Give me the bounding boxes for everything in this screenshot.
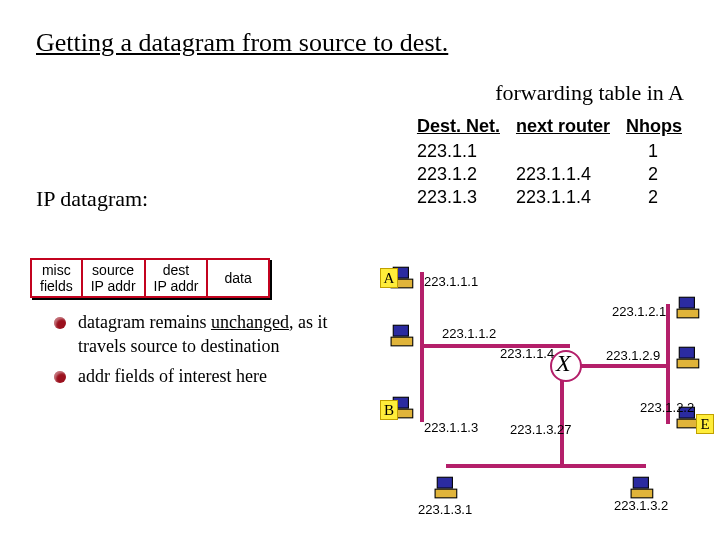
table-row: 223.1.3 223.1.1.4 2 [415,187,694,208]
packet-diagram: miscfields sourceIP addr destIP addr dat… [30,258,270,298]
host-icon [676,294,702,320]
ip-label: 223.1.3.1 [418,502,472,517]
host-icon [434,474,460,500]
host-icon [390,322,416,348]
host-icon [676,344,702,370]
list-item: addr fields of interest here [54,364,364,388]
bullet-list: datagram remains unchanged, as it travel… [54,310,364,394]
packet-field-dest: destIP addr [146,258,209,298]
host-icon [630,474,656,500]
table-row: 223.1.1 1 [415,141,694,162]
packet-field-misc: miscfields [30,258,83,298]
ip-label: 223.1.1.1 [424,274,478,289]
router-label: X [556,350,571,377]
page-title: Getting a datagram from source to dest. [0,0,720,68]
ip-label: 223.1.1.2 [442,326,496,341]
list-item: datagram remains unchanged, as it travel… [54,310,364,358]
ip-label: 223.1.3.2 [614,498,668,513]
ip-label: 223.1.1.4 [500,346,554,361]
network-diagram: X A B E 223.1.1.1 223.1.1.2 223.1.1.3 22… [380,254,710,524]
table-row: 223.1.2 223.1.1.4 2 [415,164,694,185]
node-label-a: A [380,268,398,288]
packet-field-src: sourceIP addr [83,258,146,298]
fwd-col-dest: Dest. Net. [415,114,512,139]
ip-datagram-heading: IP datagram: [36,186,148,212]
packet-field-data: data [208,258,269,298]
ip-label: 223.1.2.2 [640,400,694,415]
node-label-e: E [696,414,714,434]
forwarding-table: Dest. Net. next router Nhops 223.1.1 1 2… [413,112,696,210]
ip-label: 223.1.1.3 [424,420,478,435]
node-label-b: B [380,400,398,420]
ip-label: 223.1.2.9 [606,348,660,363]
ip-label: 223.1.2.1 [612,304,666,319]
ip-label: 223.1.3.27 [510,422,571,437]
link [570,364,670,368]
link [446,464,646,468]
fwd-col-nhops: Nhops [624,114,694,139]
forwarding-subtitle: forwarding table in A [495,80,684,106]
fwd-col-next: next router [514,114,622,139]
